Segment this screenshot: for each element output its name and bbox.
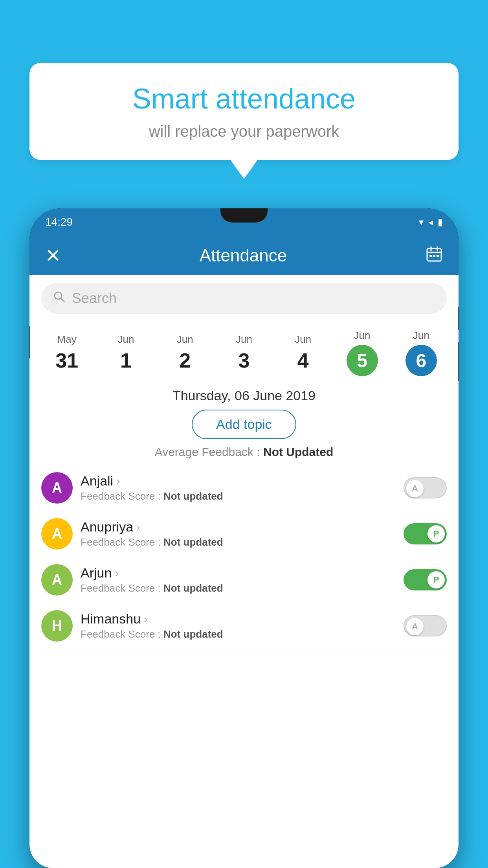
- toggle-anupriya[interactable]: P: [404, 523, 447, 544]
- phone-notch: [220, 208, 268, 223]
- toggle-arjun[interactable]: P: [404, 569, 447, 590]
- bubble-title: Smart attendance: [53, 83, 435, 115]
- student-info-arjun: Arjun › Feedback Score : Not updated: [81, 565, 396, 594]
- status-icons: ▾ ◂ ▮: [419, 217, 443, 228]
- student-item-anjali[interactable]: A Anjali › Feedback Score : Not updated …: [37, 465, 451, 511]
- search-input[interactable]: Search: [72, 290, 117, 307]
- student-avatar-anjali: A: [41, 472, 73, 504]
- student-info-anupriya: Anupriya › Feedback Score : Not updated: [81, 519, 396, 548]
- svg-rect-4: [429, 255, 432, 257]
- date-item-jun2[interactable]: Jun 2: [156, 329, 215, 376]
- student-avatar-anupriya: A: [41, 518, 73, 550]
- date-item-jun5[interactable]: Jun 5: [332, 326, 391, 380]
- student-info-himanshu: Himanshu › Feedback Score : Not updated: [81, 611, 396, 640]
- date-item-may31[interactable]: May 31: [37, 329, 96, 376]
- toggle-himanshu[interactable]: A: [404, 615, 447, 636]
- status-time: 14:29: [45, 216, 73, 228]
- student-item-anupriya[interactable]: A Anupriya › Feedback Score : Not update…: [37, 511, 451, 557]
- average-feedback: Average Feedback : Not Updated: [29, 445, 459, 459]
- status-bar: 14:29 ▾ ◂ ▮: [29, 208, 459, 236]
- student-item-himanshu[interactable]: H Himanshu › Feedback Score : Not update…: [37, 603, 451, 649]
- date-item-jun1[interactable]: Jun 1: [96, 329, 155, 376]
- phone-content: Search May 31 Jun 1 Jun 2 Jun 3 Jun 4: [29, 275, 459, 868]
- speech-bubble: Smart attendance will replace your paper…: [29, 63, 459, 160]
- chevron-icon: ›: [116, 475, 120, 487]
- date-item-jun6[interactable]: Jun 6: [392, 326, 451, 380]
- date-item-jun4[interactable]: Jun 4: [273, 329, 332, 376]
- calendar-icon[interactable]: [426, 245, 443, 266]
- battery-icon: ▮: [438, 217, 443, 228]
- app-header: ✕ Attendance: [29, 236, 459, 275]
- svg-rect-5: [433, 255, 435, 257]
- wifi-icon: ▾: [419, 217, 424, 228]
- signal-icon: ◂: [428, 217, 433, 228]
- bubble-subtitle: will replace your paperwork: [53, 123, 435, 140]
- svg-line-8: [61, 298, 64, 302]
- chevron-icon: ›: [136, 521, 140, 533]
- add-topic-button[interactable]: Add topic: [192, 410, 296, 439]
- close-button[interactable]: ✕: [45, 245, 61, 267]
- average-feedback-value: Not Updated: [263, 445, 333, 458]
- toggle-anjali[interactable]: A: [404, 477, 447, 498]
- chevron-icon: ›: [144, 613, 147, 625]
- student-avatar-himanshu: H: [41, 610, 73, 642]
- date-scroller: May 31 Jun 1 Jun 2 Jun 3 Jun 4 Jun: [29, 322, 459, 384]
- search-icon: [53, 291, 66, 306]
- chevron-icon: ›: [115, 567, 118, 579]
- side-button-right-bottom: [458, 342, 459, 381]
- selected-date-label: Thursday, 06 June 2019: [29, 388, 459, 403]
- search-bar[interactable]: Search: [41, 283, 447, 314]
- student-list: A Anjali › Feedback Score : Not updated …: [29, 465, 459, 649]
- student-info-anjali: Anjali › Feedback Score : Not updated: [81, 473, 396, 502]
- phone-frame: 14:29 ▾ ◂ ▮ ✕ Attendance: [29, 208, 459, 868]
- side-button-right-top: [458, 307, 459, 330]
- student-item-arjun[interactable]: A Arjun › Feedback Score : Not updated P: [37, 557, 451, 603]
- side-button-left: [29, 326, 30, 358]
- header-title: Attendance: [200, 246, 287, 265]
- svg-rect-6: [437, 255, 439, 257]
- student-avatar-arjun: A: [41, 564, 73, 596]
- date-item-jun3[interactable]: Jun 3: [215, 329, 273, 376]
